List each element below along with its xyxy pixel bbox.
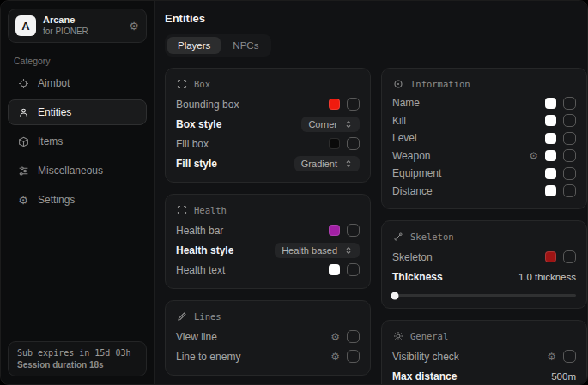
skeleton-checkbox[interactable] — [563, 250, 576, 263]
row-label: Equipment — [392, 167, 441, 179]
color-swatch[interactable] — [545, 251, 556, 262]
color-swatch[interactable] — [545, 150, 556, 161]
fill-box-checkbox[interactable] — [347, 137, 360, 150]
sun-icon — [392, 331, 403, 342]
color-swatch[interactable] — [545, 115, 556, 126]
sidebar-item-items[interactable]: Items — [8, 129, 147, 154]
app-title: Arcane — [43, 15, 88, 27]
health-text-checkbox[interactable] — [347, 263, 360, 276]
visibility-config-gear-icon[interactable]: ⚙ — [547, 352, 556, 362]
color-swatch[interactable] — [545, 98, 556, 109]
distance-checkbox[interactable] — [563, 184, 576, 197]
weapon-checkbox[interactable] — [563, 149, 576, 162]
kill-checkbox[interactable] — [563, 114, 576, 127]
color-swatch[interactable] — [545, 185, 556, 196]
weapon-config-gear-icon[interactable]: ⚙ — [529, 151, 538, 161]
thickness-value: 1.0 thickness — [518, 272, 576, 282]
package-icon — [17, 135, 29, 147]
scan-brackets-icon — [176, 79, 187, 90]
page-title: Entities — [165, 12, 587, 25]
lines-card: Lines View line ⚙ Line to enemy ⚙ — [165, 300, 371, 376]
row-label: Health text — [176, 264, 225, 276]
row-label: Fill style — [176, 158, 217, 170]
row-label: View line — [176, 331, 217, 343]
color-swatch[interactable] — [329, 225, 340, 236]
thickness-slider[interactable] — [392, 294, 576, 297]
name-row: Name — [392, 94, 576, 112]
entity-tabs: Players NPCs — [165, 34, 271, 57]
row-label: Level — [392, 132, 417, 144]
row-label: Name — [392, 97, 420, 109]
skeleton-card-header: Skeleton — [392, 228, 576, 245]
row-label: Thickness — [392, 271, 443, 283]
subscription-info-card: Sub expires in 15d 03h Session duration … — [8, 341, 147, 376]
row-label: Skeleton — [392, 251, 433, 263]
arcane-menu-window: A Arcane for PIONER ⚙ Category Aimbot En… — [0, 0, 588, 385]
view-line-row: View line ⚙ — [176, 327, 360, 346]
card-title: Health — [194, 205, 227, 215]
row-label: Bounding box — [176, 99, 239, 111]
distance-row: Distance — [392, 183, 576, 201]
health-style-dropdown[interactable]: Health based — [275, 243, 360, 258]
sub-expiry-text: Sub expires in 15d 03h — [17, 348, 137, 358]
person-icon — [17, 106, 29, 118]
dropdown-value: Gradient — [301, 159, 337, 169]
level-checkbox[interactable] — [563, 132, 576, 145]
box-style-dropdown[interactable]: Corner — [301, 117, 360, 132]
color-swatch[interactable] — [329, 99, 340, 110]
sidebar-item-miscellaneous[interactable]: Miscellaneous — [8, 158, 147, 183]
color-swatch[interactable] — [329, 138, 340, 149]
health-bar-checkbox[interactable] — [347, 224, 360, 237]
thickness-row: Thickness 1.0 thickness — [392, 267, 576, 286]
view-line-config-gear-icon[interactable]: ⚙ — [330, 332, 340, 342]
line-to-enemy-checkbox[interactable] — [347, 350, 360, 363]
fill-box-row: Fill box — [176, 134, 360, 153]
color-swatch[interactable] — [329, 264, 340, 275]
max-distance-row: Max distance 500m — [392, 366, 576, 385]
logo-avatar: A — [15, 15, 36, 36]
bounding-box-row: Bounding box — [176, 94, 360, 114]
category-label: Category — [14, 56, 141, 66]
information-card-header: Information — [392, 75, 576, 93]
view-line-checkbox[interactable] — [347, 330, 360, 343]
sidebar-item-aimbot[interactable]: Aimbot — [8, 70, 147, 96]
level-row: Level — [392, 129, 576, 147]
box-card-header: Box — [176, 75, 360, 93]
general-card: General Visibility check ⚙ Max distance … — [381, 320, 587, 385]
sidebar-item-label: Entities — [38, 106, 71, 118]
sidebar-item-settings[interactable]: ⚙ Settings — [8, 187, 147, 213]
row-label: Kill — [392, 115, 406, 127]
equipment-checkbox[interactable] — [563, 167, 576, 180]
visibility-check-checkbox[interactable] — [563, 350, 576, 363]
sidebar-item-label: Aimbot — [38, 77, 70, 89]
skeleton-row: Skeleton — [392, 247, 576, 267]
dropdown-value: Corner — [308, 119, 337, 129]
health-card-header: Health — [176, 202, 360, 219]
app-subtitle: for PIONER — [43, 27, 88, 38]
logo-texts: Arcane for PIONER — [43, 15, 88, 37]
max-distance-value: 500m — [551, 371, 576, 382]
row-label: Health bar — [176, 225, 223, 237]
box-card: Box Bounding box Box style Corner — [165, 68, 371, 183]
tab-players[interactable]: Players — [167, 37, 221, 54]
color-swatch[interactable] — [545, 168, 556, 179]
row-label: Distance — [392, 185, 433, 197]
bounding-box-checkbox[interactable] — [347, 98, 360, 111]
visibility-check-row: Visibility check ⚙ — [392, 346, 576, 366]
line-to-enemy-config-gear-icon[interactable]: ⚙ — [330, 352, 340, 362]
fill-style-dropdown[interactable]: Gradient — [294, 156, 360, 171]
information-card: Information Name Kill — [381, 68, 587, 209]
sidebar-item-entities[interactable]: Entities — [8, 99, 147, 125]
weapon-row: Weapon ⚙ — [392, 147, 576, 165]
name-checkbox[interactable] — [563, 97, 576, 110]
health-card: Health Health bar Health style Health ba… — [165, 194, 371, 289]
thickness-slider-thumb[interactable] — [391, 292, 399, 299]
row-label: Fill box — [176, 138, 209, 150]
sidebar-item-label: Settings — [38, 194, 75, 206]
account-gear-icon[interactable]: ⚙ — [129, 21, 139, 32]
color-swatch[interactable] — [545, 133, 556, 144]
crosshair-icon — [17, 77, 29, 89]
row-label: Box style — [176, 118, 221, 130]
unfold-icon — [343, 159, 353, 168]
tab-npcs[interactable]: NPCs — [222, 37, 269, 54]
